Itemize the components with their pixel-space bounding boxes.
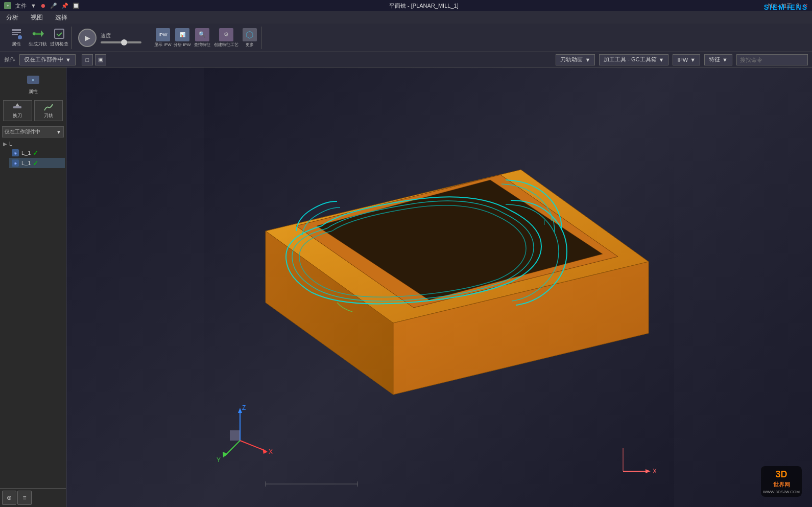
sidebar-attr-label: 属性 bbox=[29, 88, 38, 95]
sidebar-top: ≡ 属性 换刀 刀轨 仅在工作部件中 ▼ bbox=[0, 67, 66, 488]
gen-label: 生成刀轨 bbox=[29, 41, 47, 48]
main-toolbar: 属性 生成刀轨 过切检查 ▶ 速度 IPW bbox=[0, 24, 812, 52]
svg-rect-2 bbox=[12, 34, 18, 35]
svg-rect-10 bbox=[13, 106, 21, 108]
sidebar-knife-path-row: 换刀 刀轨 bbox=[2, 99, 64, 122]
path-label: 刀轨 bbox=[44, 112, 53, 119]
check-label: 过切检查 bbox=[50, 41, 68, 48]
menu-select[interactable]: 选择 bbox=[53, 12, 69, 23]
3dworld-logo: 3D 世界网 WWW.3DSJW.COM bbox=[761, 466, 802, 497]
gen-toolpath-btn[interactable]: 生成刀轨 bbox=[28, 27, 48, 49]
check-icon-2: ✓ bbox=[33, 159, 39, 167]
quick-access[interactable]: ▼ bbox=[31, 3, 36, 9]
analyze-ipw-label: 分析 IPW bbox=[174, 42, 190, 48]
speed-slider[interactable] bbox=[101, 41, 141, 43]
feature-arrow: ▼ bbox=[722, 57, 728, 63]
more-btn[interactable]: ⬡ 更多 bbox=[241, 28, 259, 48]
play-btn[interactable]: ▶ bbox=[78, 29, 97, 47]
find-feature-btn[interactable]: 🔍 查找特征 bbox=[193, 28, 212, 48]
viewport-svg: Z X Y X bbox=[66, 67, 812, 507]
process-tool-dropdown[interactable]: 加工工具 - GC工具箱 ▼ bbox=[599, 54, 668, 65]
svg-text:Z: Z bbox=[242, 404, 246, 411]
tool-rows-1: IPW 显示 IPW 📊 分析 IPW 🔍 查找特征 ⚙ 创建特征工艺 ⬡ 更多 bbox=[154, 27, 259, 49]
left-sidebar: ≡ 属性 换刀 刀轨 仅在工作部件中 ▼ bbox=[0, 67, 66, 507]
viewport-3d[interactable]: Z X Y X 3D 世 bbox=[66, 67, 812, 507]
window-title: 平面铣 - [PLANAR_MILL_1] bbox=[80, 2, 768, 10]
main-content: ≡ 属性 换刀 刀轨 仅在工作部件中 ▼ bbox=[0, 67, 812, 507]
tree-l1-b-label: L_1 bbox=[21, 160, 31, 166]
minimize-icon[interactable]: 🔲 bbox=[73, 3, 80, 9]
create-feature-btn[interactable]: ⚙ 创建特征工艺 bbox=[213, 28, 240, 48]
pin-icon: 📌 bbox=[61, 3, 68, 9]
attr-icon bbox=[10, 28, 22, 40]
svg-rect-1 bbox=[12, 32, 21, 33]
svg-point-3 bbox=[18, 35, 22, 39]
process-tool-label: 加工工具 - GC工具箱 bbox=[604, 56, 656, 63]
record-icon[interactable]: ⏺ bbox=[40, 3, 46, 9]
knife-btn[interactable]: 换刀 bbox=[3, 100, 32, 121]
feature-dropdown[interactable]: 特征 ▼ bbox=[704, 54, 732, 65]
speed-label: 速度 bbox=[101, 32, 141, 39]
tree-l1-label: L_1 bbox=[21, 150, 31, 156]
display-ipw-label: 显示 IPW bbox=[154, 42, 171, 48]
tb2-btn2[interactable]: ▣ bbox=[95, 54, 106, 65]
logo-3d-text: 3D bbox=[775, 469, 787, 480]
tool-anim-dropdown[interactable]: 刀轨动画 ▼ bbox=[556, 54, 595, 65]
svg-text:X: X bbox=[653, 468, 657, 475]
svg-text:≡: ≡ bbox=[32, 78, 34, 83]
app-menu-file[interactable]: 文件 bbox=[15, 2, 27, 10]
svg-text:Y: Y bbox=[217, 456, 221, 464]
op-selector-dropdown[interactable]: 仅在工作部件中 ▼ bbox=[19, 54, 76, 65]
sidebar-tool-1[interactable]: ⊕ bbox=[2, 491, 16, 505]
knife-label: 换刀 bbox=[13, 112, 22, 119]
dropdown-arrow-icon: ▼ bbox=[65, 57, 71, 63]
op-selector-bar: 仅在工作部件中 ▼ bbox=[2, 126, 64, 137]
svg-text:X: X bbox=[269, 448, 273, 455]
mic-icon: 🎤 bbox=[50, 3, 57, 9]
tree-item-l1-b[interactable]: ◈ L_1 ✓ bbox=[9, 158, 65, 168]
svg-point-6 bbox=[33, 32, 36, 35]
tb2-btn1[interactable]: □ bbox=[82, 54, 93, 65]
tree-item-l1-a[interactable]: ◈ L_1 ✓ bbox=[9, 148, 65, 158]
sidebar-tool-2[interactable]: ≡ bbox=[17, 491, 32, 505]
attr-btn[interactable]: 属性 bbox=[6, 27, 27, 49]
siemens-logo: SIEM IENS bbox=[764, 3, 808, 11]
check-btn[interactable]: 过切检查 bbox=[49, 27, 69, 49]
ipw-dropdown[interactable]: IPW ▼ bbox=[673, 54, 700, 65]
secondary-toolbar: 操作 仅在工作部件中 ▼ □ ▣ 刀轨动画 ▼ 加工工具 - GC工具箱 ▼ I… bbox=[0, 52, 812, 67]
menu-view[interactable]: 视图 bbox=[29, 12, 45, 23]
op-label: 操作 bbox=[4, 56, 15, 63]
ipw-toolbar-group: IPW 显示 IPW 📊 分析 IPW 🔍 查找特征 ⚙ 创建特征工艺 ⬡ 更多 bbox=[152, 27, 261, 49]
tree-children: ◈ L_1 ✓ ◈ L_1 ✓ bbox=[1, 148, 65, 168]
sidebar-btns: ≡ 属性 换刀 刀轨 bbox=[0, 67, 66, 124]
create-feature-label: 创建特征工艺 bbox=[214, 42, 238, 48]
op-toolbar-group: 属性 生成刀轨 过切检查 bbox=[4, 27, 72, 49]
top-bar: ✦ 文件 ▼ ⏺ 🎤 📌 🔲 平面铣 - [PLANAR_MILL_1] NX … bbox=[0, 0, 812, 11]
tree-main-label: L bbox=[9, 141, 12, 147]
tree-item-main[interactable]: ▶ L bbox=[1, 140, 65, 148]
find-feature-label: 查找特征 bbox=[194, 42, 210, 48]
logo-url: WWW.3DSJW.COM bbox=[763, 490, 800, 494]
ipw-arrow: ▼ bbox=[690, 57, 696, 63]
more-label: 更多 bbox=[246, 42, 254, 48]
menu-analyze[interactable]: 分析 bbox=[4, 12, 20, 23]
op-selector-arrow: ▼ bbox=[56, 129, 61, 135]
display-ipw-btn[interactable]: IPW 显示 IPW bbox=[154, 28, 172, 48]
menu-bar: 分析 视图 选择 bbox=[0, 11, 812, 24]
check-icon-1: ✓ bbox=[33, 149, 39, 157]
op-selector-text: 仅在工作部件中 bbox=[24, 56, 63, 63]
gen-icon bbox=[32, 28, 44, 40]
sidebar-attr-btn[interactable]: ≡ 属性 bbox=[2, 70, 64, 98]
svg-text:◈: ◈ bbox=[14, 151, 17, 155]
tree-expand-icon: ▶ bbox=[3, 141, 7, 147]
app-icon: ✦ bbox=[4, 2, 11, 9]
svg-marker-11 bbox=[15, 103, 19, 106]
search-cmd-input[interactable] bbox=[736, 54, 808, 65]
attr-label: 属性 bbox=[12, 41, 21, 48]
path-btn[interactable]: 刀轨 bbox=[34, 100, 63, 121]
op-selector-label: 仅在工作部件中 bbox=[5, 128, 56, 135]
analyze-ipw-btn[interactable]: 📊 分析 IPW bbox=[173, 28, 192, 48]
feature-label: 特征 bbox=[709, 56, 720, 63]
process-tool-arrow: ▼ bbox=[659, 57, 664, 63]
toolbar2-action-btns: □ ▣ bbox=[82, 54, 106, 65]
